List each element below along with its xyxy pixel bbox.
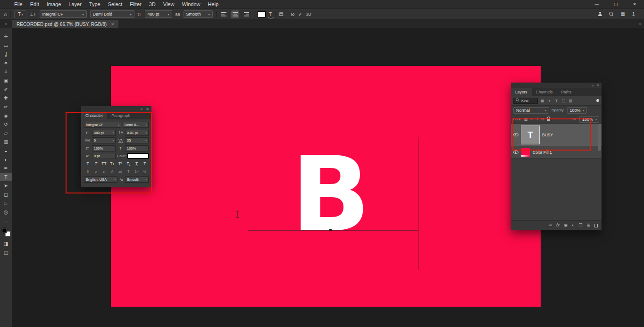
eraser-tool[interactable]: ▱ (0, 129, 12, 138)
search-icon[interactable] (609, 12, 614, 17)
layer-row-color-fill[interactable]: Color Fill 1 (511, 146, 602, 159)
layer-name[interactable]: Color Fill 1 (533, 150, 552, 155)
panel-menu-icon[interactable]: ≡ (597, 84, 599, 88)
new-group-icon[interactable]: ❐ (578, 223, 582, 227)
commit-edit-icon[interactable]: ✓ (298, 12, 302, 17)
color-swatches[interactable] (2, 228, 10, 236)
underline-button[interactable]: T (134, 161, 140, 166)
panel-collapse-icon[interactable]: « (592, 84, 594, 88)
magic-wand-tool[interactable]: ✶ (0, 59, 12, 67)
font-style-select[interactable]: Demi Bold ▾ (90, 10, 134, 18)
tab-character[interactable]: Character (81, 112, 107, 119)
subscript-button[interactable]: T₁ (125, 161, 132, 166)
menu-view[interactable]: View (159, 1, 178, 7)
text-layer-thumbnail[interactable]: T (521, 126, 539, 144)
close-button[interactable]: ✕ (625, 0, 644, 8)
frame-tool[interactable]: ▣ (0, 76, 12, 85)
hand-tool[interactable]: ☞ (0, 199, 12, 208)
cp-color-swatch[interactable] (127, 153, 149, 159)
type-tool[interactable]: T (0, 173, 12, 182)
menu-layer[interactable]: Layer (65, 1, 85, 7)
crop-tool[interactable]: ⌗ (0, 67, 12, 76)
layer-row-busy[interactable]: T BUSY (511, 124, 602, 146)
menu-window[interactable]: Window (178, 1, 204, 7)
opacity-select[interactable]: 100% ▾ (567, 107, 587, 114)
titling-alternates-button[interactable]: T (125, 170, 132, 173)
filter-shape-layers-icon[interactable]: ▢ (561, 99, 566, 103)
filter-pixel-layers-icon[interactable]: ▦ (540, 99, 545, 103)
new-layer-icon[interactable]: ⊞ (586, 223, 590, 227)
toolbar-collapse-icon[interactable]: » (0, 20, 12, 28)
blend-mode-select[interactable]: Normal ▾ (513, 107, 549, 114)
cp-tracking-select[interactable]: 35 ▾ (125, 137, 149, 143)
contextual-alternates-button[interactable]: σ (92, 170, 99, 173)
font-family-select[interactable]: Integral CF ▾ (40, 10, 87, 18)
small-caps-button[interactable]: Tᴛ (109, 161, 116, 166)
menu-help[interactable]: Help (204, 1, 223, 7)
lock-artboard-icon[interactable]: ⊞ (541, 117, 544, 121)
layer-name[interactable]: BUSY (542, 133, 553, 137)
menu-file[interactable]: File (10, 1, 26, 7)
clone-stamp-tool[interactable]: ◈ (0, 111, 12, 120)
faux-bold-button[interactable]: T (84, 161, 91, 166)
menu-3d[interactable]: 3D (145, 1, 159, 7)
layers-scrollbar[interactable] (598, 124, 601, 151)
cancel-edit-icon[interactable]: ⊘ (291, 12, 295, 17)
path-selection-tool[interactable]: ➤ (0, 181, 12, 190)
maximize-button[interactable]: ▢ (606, 0, 625, 8)
filter-toggle-icon[interactable] (596, 99, 599, 102)
cp-vscale-input[interactable]: 100% (92, 145, 116, 151)
tab-paths[interactable]: Paths (557, 88, 576, 96)
move-tool[interactable]: ✛ (0, 32, 12, 41)
filter-type-layers-icon[interactable]: T (554, 99, 559, 103)
cp-hscale-input[interactable]: 100% (125, 145, 149, 151)
minimize-button[interactable]: — (587, 0, 606, 8)
cp-kerning-select[interactable]: 0 ▾ (92, 137, 116, 143)
pen-tool[interactable]: ✒ (0, 164, 12, 173)
workspace-icon[interactable]: ▦ (620, 12, 625, 17)
screen-mode-icon[interactable]: ◰ (0, 248, 12, 257)
eyedropper-tool[interactable]: ✐ (0, 85, 12, 94)
cp-size-select[interactable]: 480 pt ▾ (92, 130, 116, 136)
menu-image[interactable]: Image (43, 1, 65, 7)
adjustment-layer-icon[interactable]: ◐ (572, 223, 574, 227)
fill-select[interactable]: 100% ▾ (579, 116, 599, 123)
add-mask-icon[interactable]: ◉ (564, 223, 568, 227)
faux-italic-button[interactable]: T (92, 161, 99, 166)
font-size-select[interactable]: 480 pt ▾ (145, 10, 172, 18)
strikethrough-button[interactable]: T (142, 161, 148, 166)
menu-type[interactable]: Type (85, 1, 104, 7)
foreground-color-swatch[interactable] (2, 228, 7, 233)
layer-style-icon[interactable]: fx (556, 223, 560, 227)
home-icon[interactable]: ⌂ (4, 11, 7, 17)
document-tab[interactable]: RECORDED.psd @ 66.7% (BUSY, RGB/8) ✕ (12, 20, 118, 28)
menu-filter[interactable]: Filter (126, 1, 145, 7)
fractions-button[interactable]: ½ (142, 170, 148, 173)
text-color-swatch[interactable] (258, 11, 266, 17)
dodge-tool[interactable]: ◐ (0, 155, 12, 164)
menu-edit[interactable]: Edit (26, 1, 43, 7)
panel-collapse-icon[interactable]: « (141, 107, 142, 111)
delete-layer-icon[interactable] (594, 224, 598, 227)
link-layers-icon[interactable]: ∞ (549, 223, 552, 227)
visibility-eye-icon[interactable] (513, 133, 519, 136)
3d-button[interactable]: 3D (306, 12, 311, 17)
layer-filter-select[interactable]: Kind (513, 98, 538, 104)
cp-language-select[interactable]: English: USA ▾ (84, 176, 117, 183)
anti-alias-select[interactable]: Smooth ▾ (184, 10, 213, 18)
align-center-button[interactable] (231, 10, 239, 18)
quick-mask-icon[interactable]: ◨ (0, 239, 12, 248)
marquee-tool[interactable]: ▭ (0, 41, 12, 50)
visibility-eye-icon[interactable] (513, 151, 519, 154)
cp-anti-alias-select[interactable]: Smooth ▾ (125, 176, 149, 183)
tab-close-icon[interactable]: ✕ (111, 22, 114, 26)
panel-dock-collapse-icon[interactable]: » (636, 20, 644, 28)
filter-smart-objects-icon[interactable]: ▧ (568, 99, 573, 103)
standard-ligatures-button[interactable]: fi (84, 170, 91, 173)
shape-tool[interactable]: ◻ (0, 190, 12, 199)
align-left-button[interactable] (220, 10, 228, 18)
account-icon[interactable] (598, 12, 602, 17)
tab-paragraph[interactable]: Paragraph (107, 112, 134, 119)
gradient-tool[interactable]: ▥ (0, 137, 12, 146)
cp-baseline-input[interactable]: 0 pt (92, 153, 116, 159)
